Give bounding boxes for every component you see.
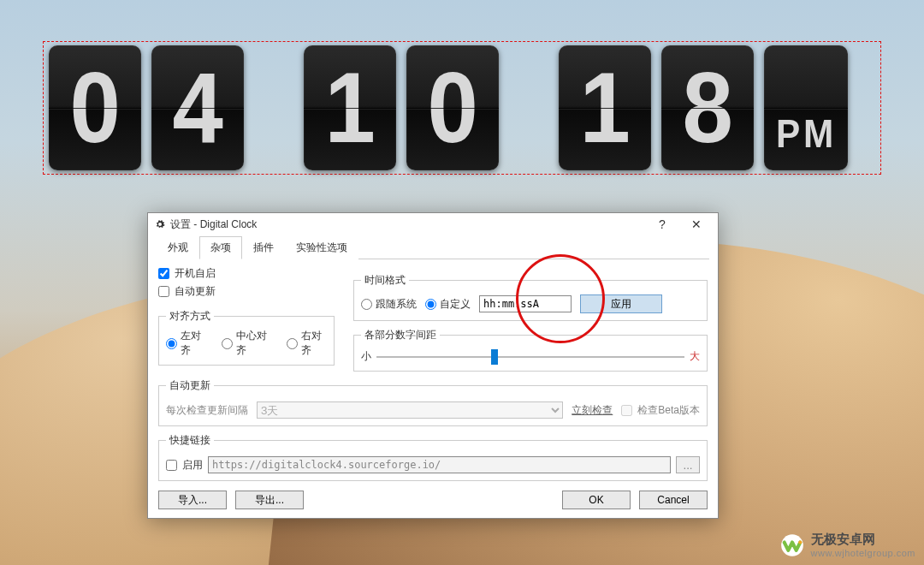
timefmt-legend: 时间格式 (361, 273, 409, 288)
align-group: 对齐方式 左对齐 中心对齐 右对齐 (158, 309, 335, 366)
spacing-small-label: 小 (361, 349, 371, 364)
ok-button[interactable]: OK (562, 491, 631, 509)
clock-ampm: PM (764, 45, 848, 170)
gear-icon (155, 219, 165, 229)
autoupdate-checkbox[interactable]: 自动更新 (158, 284, 335, 299)
shortcut-group: 快捷链接 启用 ... (158, 433, 708, 481)
spacing-slider[interactable] (376, 356, 684, 358)
align-left-radio[interactable]: 左对齐 (166, 329, 206, 358)
tab-experimental[interactable]: 实验性选项 (285, 236, 358, 259)
cancel-button[interactable]: Cancel (639, 491, 708, 509)
clock-digit-min-tens: 1 (304, 45, 396, 170)
import-button[interactable]: 导入... (158, 491, 227, 509)
watermark-logo-icon (780, 533, 804, 557)
shortcut-browse-button[interactable]: ... (676, 456, 700, 473)
timefmt-input[interactable] (479, 295, 572, 312)
align-center-radio[interactable]: 中心对齐 (222, 329, 271, 358)
spacing-group: 各部分数字间距 小 大 (353, 328, 708, 372)
interval-select[interactable]: 3天 (257, 401, 563, 419)
shortcut-url-input[interactable] (208, 456, 671, 473)
help-button[interactable]: ? (646, 214, 678, 235)
clock-digit-min-ones: 0 (406, 45, 499, 170)
clock-digit-sec-ones: 8 (661, 45, 754, 170)
autostart-checkbox[interactable]: 开机自启 (158, 266, 335, 281)
dialog-title: 设置 - Digital Clock (170, 217, 646, 232)
svg-point-1 (798, 540, 802, 544)
settings-dialog: 设置 - Digital Clock ? ✕ 外观 杂项 插件 实验性选项 开机… (147, 212, 719, 519)
check-now-link[interactable]: 立刻检查 (572, 403, 613, 418)
clock-digit-hour-ones: 4 (151, 45, 244, 170)
spacing-legend: 各部分数字间距 (361, 328, 440, 342)
flip-clock[interactable]: 0 4 1 0 1 8 PM (43, 41, 881, 175)
timefmt-follow-radio[interactable]: 跟随系统 (361, 297, 417, 312)
shortcut-enable-checkbox[interactable]: 启用 (166, 458, 203, 473)
beta-checkbox[interactable]: 检查Beta版本 (621, 403, 700, 418)
tab-misc[interactable]: 杂项 (199, 236, 242, 259)
tab-bar: 外观 杂项 插件 实验性选项 (157, 235, 709, 259)
align-right-radio[interactable]: 右对齐 (287, 329, 327, 358)
clock-digit-hour-tens: 0 (49, 45, 141, 170)
clock-digit-sec-tens: 1 (559, 45, 651, 170)
dialog-footer: 导入... 导出... OK Cancel (148, 482, 718, 518)
watermark-domain: www.wjhotelgroup.com (811, 548, 916, 558)
watermark-brand: 无极安卓网 (811, 532, 916, 548)
align-legend: 对齐方式 (166, 309, 214, 324)
timefmt-group: 时间格式 跟随系统 自定义 应用 (353, 273, 708, 321)
timefmt-custom-radio[interactable]: 自定义 (425, 297, 471, 312)
autoupdate-legend: 自动更新 (166, 378, 214, 393)
spacing-large-label: 大 (690, 349, 700, 364)
close-button[interactable]: ✕ (680, 214, 713, 235)
autoupdate-group: 自动更新 每次检查更新间隔 3天 立刻检查 检查Beta版本 (158, 378, 708, 426)
interval-label: 每次检查更新间隔 (166, 403, 248, 418)
watermark: 无极安卓网 www.wjhotelgroup.com (780, 532, 916, 558)
shortcut-legend: 快捷链接 (166, 433, 214, 448)
apply-button[interactable]: 应用 (580, 294, 662, 313)
tab-appearance[interactable]: 外观 (157, 236, 199, 259)
export-button[interactable]: 导出... (235, 491, 304, 509)
tab-plugins[interactable]: 插件 (242, 236, 285, 259)
titlebar[interactable]: 设置 - Digital Clock ? ✕ (148, 213, 718, 235)
